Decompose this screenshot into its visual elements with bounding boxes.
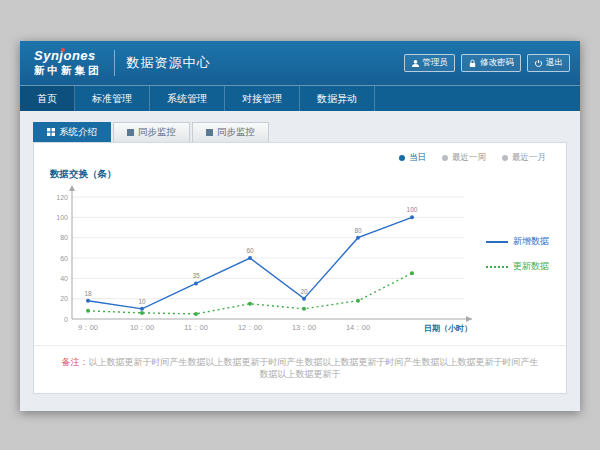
tab-label: 系统介绍: [59, 126, 97, 139]
svg-text:100: 100: [56, 214, 68, 221]
line-chart: 0204060801001209：0010：0011：0012：0013：001…: [34, 181, 566, 345]
content-area: 系统介绍 同步监控 同步监控 当日 最近一周: [20, 111, 580, 411]
svg-text:20: 20: [60, 295, 68, 302]
tab-bar: 系统介绍 同步监控 同步监控: [33, 122, 567, 142]
radio-dot-icon: [442, 155, 448, 161]
range-filters: 当日 最近一周 最近一月: [34, 143, 566, 164]
svg-text:10：00: 10：00: [130, 323, 154, 332]
nav-item-system-mgmt[interactable]: 系统管理: [150, 86, 225, 111]
filter-last-month[interactable]: 最近一月: [502, 152, 546, 164]
radio-dot-icon: [502, 155, 508, 161]
admin-user-button[interactable]: 管理员: [404, 54, 456, 72]
brand-logo: Synjones 新中新集团: [34, 49, 102, 77]
footnote-text: 以上数据更新于时间产生数据以上数据更新于时间产生数据以上数据更新于时间产生数据以…: [89, 357, 539, 380]
svg-text:18: 18: [84, 290, 92, 297]
app-header: Synjones 新中新集团 数据资源中心 管理员 修改密码: [20, 41, 580, 85]
square-icon: [127, 129, 134, 136]
svg-text:100: 100: [407, 206, 418, 213]
admin-user-label: 管理员: [423, 57, 449, 69]
logo-company-name: 新中新集团: [34, 64, 102, 77]
svg-text:120: 120: [56, 194, 68, 201]
filter-label: 当日: [409, 152, 426, 164]
legend-new-data[interactable]: 新增数据: [486, 235, 549, 248]
app-window: Synjones 新中新集团 数据资源中心 管理员 修改密码: [20, 41, 580, 411]
user-actions: 管理员 修改密码 退出: [404, 54, 571, 72]
filter-last-week[interactable]: 最近一周: [442, 152, 486, 164]
footnote-label: 备注：: [62, 357, 89, 367]
svg-text:日期（小时）: 日期（小时）: [424, 324, 472, 333]
svg-text:14：00: 14：00: [346, 323, 370, 332]
tab-sync-monitor-1[interactable]: 同步监控: [113, 122, 190, 142]
legend-label: 新增数据: [513, 235, 549, 248]
footnote: 备注：以上数据更新于时间产生数据以上数据更新于时间产生数据以上数据更新于时间产生…: [34, 345, 566, 393]
change-password-button[interactable]: 修改密码: [461, 54, 521, 72]
nav-item-integration-mgmt[interactable]: 对接管理: [225, 86, 300, 111]
tab-label: 同步监控: [138, 126, 176, 139]
filter-today[interactable]: 当日: [399, 152, 426, 164]
chart-canvas: 0204060801001209：0010：0011：0012：0013：001…: [38, 181, 482, 345]
svg-text:80: 80: [60, 234, 68, 241]
nav-item-standard-mgmt[interactable]: 标准管理: [75, 86, 150, 111]
svg-text:20: 20: [300, 288, 308, 295]
power-icon: [534, 59, 543, 68]
page-title: 数据资源中心: [127, 54, 211, 72]
legend-updated-data[interactable]: 更新数据: [486, 260, 549, 273]
nav-item-home[interactable]: 首页: [20, 86, 75, 111]
svg-text:0: 0: [64, 316, 68, 323]
svg-text:11：00: 11：00: [184, 323, 208, 332]
svg-text:13：00: 13：00: [292, 323, 316, 332]
chart-card: 当日 最近一周 最近一月 数据交换（条） 0204060801001209：00…: [33, 142, 567, 394]
logout-button[interactable]: 退出: [527, 54, 570, 72]
svg-text:60: 60: [60, 255, 68, 262]
series-legend: 新增数据 更新数据: [486, 235, 549, 273]
filter-label: 最近一月: [512, 152, 546, 164]
nav-item-data-change[interactable]: 数据异动: [300, 86, 375, 111]
svg-text:9：00: 9：00: [78, 323, 98, 332]
filter-label: 最近一周: [452, 152, 486, 164]
y-axis-title: 数据交换（条）: [50, 168, 566, 181]
svg-text:35: 35: [192, 272, 200, 279]
logo-synjones-text: Synjones: [34, 49, 102, 62]
logout-label: 退出: [546, 57, 563, 69]
tab-system-intro[interactable]: 系统介绍: [33, 122, 111, 142]
svg-text:12：00: 12：00: [238, 323, 262, 332]
solid-line-icon: [486, 241, 508, 243]
change-password-label: 修改密码: [480, 57, 514, 69]
tab-label: 同步监控: [217, 126, 255, 139]
radio-dot-icon: [399, 155, 405, 161]
main-nav: 首页 标准管理 系统管理 对接管理 数据异动: [20, 85, 580, 111]
user-icon: [411, 59, 420, 68]
svg-text:40: 40: [60, 275, 68, 282]
dotted-line-icon: [486, 266, 508, 268]
legend-label: 更新数据: [513, 260, 549, 273]
grid-icon: [47, 127, 55, 138]
header-divider: [114, 50, 115, 76]
lock-icon: [468, 59, 477, 68]
square-icon: [206, 129, 213, 136]
svg-text:60: 60: [246, 247, 254, 254]
tab-sync-monitor-2[interactable]: 同步监控: [192, 122, 269, 142]
svg-text:10: 10: [138, 298, 146, 305]
svg-text:80: 80: [354, 227, 362, 234]
